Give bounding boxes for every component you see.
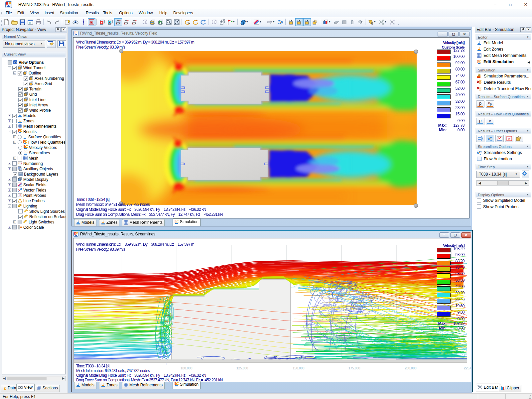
svg-text:12: 12	[19, 194, 22, 197]
svg-text:W: W	[508, 137, 511, 140]
svg-text:123: 123	[18, 162, 22, 165]
